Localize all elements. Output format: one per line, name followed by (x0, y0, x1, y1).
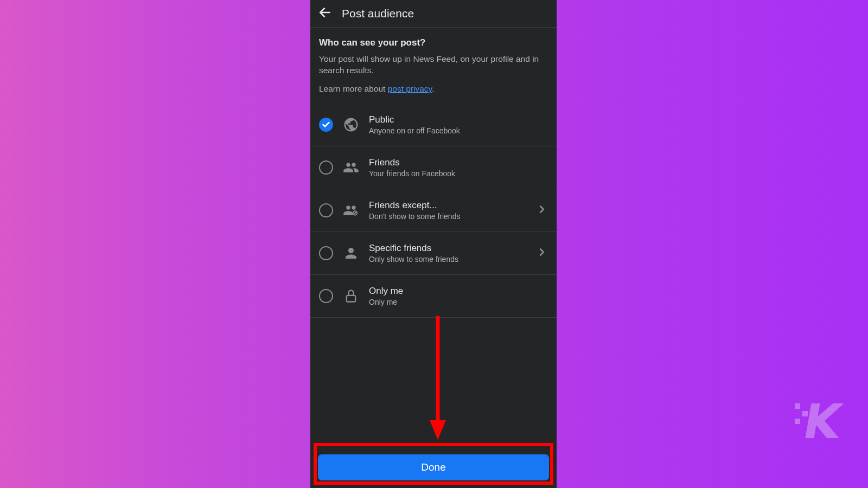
radio-selected[interactable] (319, 118, 333, 132)
learn-more-text: Learn more about post privacy. (319, 84, 548, 94)
section-title: Who can see your post? (319, 37, 548, 48)
globe-icon (343, 117, 359, 133)
lock-icon (343, 288, 359, 304)
audience-option-friends-except[interactable]: Friends except... Don't show to some fri… (310, 189, 557, 232)
learn-more-prefix: Learn more about (319, 84, 388, 93)
option-subtitle: Your friends on Facebook (369, 169, 548, 178)
svg-line-2 (354, 211, 356, 214)
svg-rect-7 (802, 411, 808, 416)
learn-more-suffix: . (432, 84, 434, 93)
option-subtitle: Don't show to some friends (369, 212, 526, 221)
option-text: Public Anyone on or off Facebook (369, 114, 548, 135)
done-button[interactable]: Done (318, 454, 549, 480)
friends-except-icon (343, 202, 359, 219)
header-title: Post audience (342, 7, 414, 20)
post-audience-panel: Post audience Who can see your post? You… (310, 0, 557, 488)
svg-rect-3 (347, 296, 355, 302)
option-subtitle: Only me (369, 298, 548, 306)
radio-unselected[interactable] (319, 160, 333, 175)
watermark-logo (795, 399, 846, 445)
option-text: Friends except... Don't show to some fri… (369, 200, 526, 221)
svg-rect-8 (795, 419, 800, 424)
specific-friends-icon (343, 245, 359, 261)
chevron-right-icon (536, 246, 548, 260)
radio-unselected[interactable] (319, 203, 333, 217)
option-subtitle: Anyone on or off Facebook (369, 126, 548, 135)
post-privacy-link[interactable]: post privacy (388, 84, 432, 93)
option-title: Public (369, 114, 548, 125)
option-title: Only me (369, 286, 548, 297)
audience-option-only-me[interactable]: Only me Only me (310, 275, 557, 318)
audience-option-friends[interactable]: Friends Your friends on Facebook (310, 146, 557, 189)
chevron-right-icon (536, 203, 548, 217)
back-arrow-icon[interactable] (318, 5, 332, 22)
radio-unselected[interactable] (319, 246, 333, 260)
audience-options-list: Public Anyone on or off Facebook Friends… (310, 104, 557, 318)
audience-option-specific-friends[interactable]: Specific friends Only show to some frien… (310, 232, 557, 275)
option-text: Specific friends Only show to some frien… (369, 243, 526, 264)
option-title: Friends except... (369, 200, 526, 211)
content-section: Who can see your post? Your post will sh… (310, 28, 557, 104)
option-title: Friends (369, 157, 548, 168)
audience-option-public[interactable]: Public Anyone on or off Facebook (310, 104, 557, 146)
footer: Done (310, 447, 557, 488)
radio-unselected[interactable] (319, 289, 333, 303)
friends-icon (343, 159, 359, 176)
option-text: Friends Your friends on Facebook (369, 157, 548, 178)
option-subtitle: Only show to some friends (369, 255, 526, 264)
svg-rect-6 (795, 403, 800, 409)
description-text: Your post will show up in News Feed, on … (319, 54, 548, 76)
header: Post audience (310, 0, 557, 28)
option-text: Only me Only me (369, 286, 548, 306)
checkmark-icon (322, 120, 330, 129)
option-title: Specific friends (369, 243, 526, 254)
